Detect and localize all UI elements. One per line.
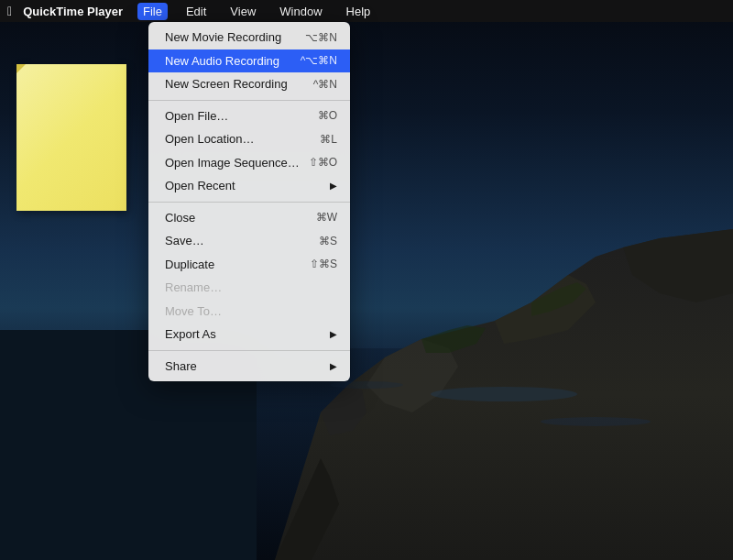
menu-item-close-label: Close (165, 209, 309, 227)
menu-item-open-location[interactable]: Open Location… ⌘L (148, 127, 350, 151)
menu-window[interactable]: Window (274, 3, 327, 20)
menu-item-export-as[interactable]: Export As ▶ (148, 323, 350, 346)
menu-file[interactable]: File (137, 3, 168, 20)
menu-item-new-audio-shortcut: ^⌥⌘N (301, 52, 337, 69)
menu-item-new-audio-label: New Audio Recording (165, 52, 293, 71)
sticky-note (16, 64, 126, 211)
menubar:  QuickTime Player File Edit View Window… (0, 0, 733, 22)
menu-item-open-file-shortcut: ⌘O (318, 107, 337, 124)
menu-item-new-movie[interactable]: New Movie Recording ⌥⌘N (148, 26, 350, 49)
app-name[interactable]: QuickTime Player (23, 5, 123, 18)
menu-item-new-audio[interactable]: New Audio Recording ^⌥⌘N (148, 49, 350, 73)
sticky-note-fold (16, 64, 26, 73)
menu-item-move-to[interactable]: Move To… (148, 300, 350, 324)
apple-menu-icon[interactable]:  (7, 4, 12, 18)
menu-item-open-image-sequence[interactable]: Open Image Sequence… ⇧⌘O (148, 151, 350, 175)
menu-item-open-image-sequence-shortcut: ⇧⌘O (309, 154, 337, 170)
menu-item-close-shortcut: ⌘W (316, 209, 337, 225)
export-as-arrow-icon: ▶ (330, 327, 337, 341)
svg-point-11 (330, 381, 403, 389)
menu-item-duplicate[interactable]: Duplicate ⇧⌘S (148, 253, 350, 277)
separator-3 (148, 350, 350, 351)
menu-item-open-image-sequence-label: Open Image Sequence… (165, 154, 301, 172)
menu-item-save[interactable]: Save… ⌘S (148, 229, 350, 253)
menu-item-close[interactable]: Close ⌘W (148, 206, 350, 230)
menu-item-new-screen-label: New Screen Recording (165, 75, 306, 93)
svg-point-10 (541, 417, 651, 426)
menu-item-open-location-shortcut: ⌘L (320, 131, 337, 148)
menu-item-share-label: Share (165, 357, 326, 376)
menu-edit[interactable]: Edit (181, 3, 212, 20)
menu-view[interactable]: View (224, 3, 261, 20)
menu-item-new-screen[interactable]: New Screen Recording ^⌘N (148, 72, 350, 96)
menu-item-new-screen-shortcut: ^⌘N (313, 76, 337, 93)
menu-item-share[interactable]: Share ▶ (148, 355, 350, 379)
menu-item-rename[interactable]: Rename… (148, 276, 350, 300)
menu-item-save-shortcut: ⌘S (319, 233, 337, 249)
share-arrow-icon: ▶ (330, 359, 337, 373)
menu-item-duplicate-shortcut: ⇧⌘S (310, 256, 337, 272)
separator-2 (148, 202, 350, 203)
menu-item-open-file[interactable]: Open File… ⌘O (148, 104, 350, 128)
menu-item-open-recent-label: Open Recent (165, 177, 326, 195)
menu-item-new-movie-shortcut: ⌥⌘N (305, 29, 337, 46)
menu-help[interactable]: Help (341, 3, 377, 20)
menu-item-move-to-label: Move To… (165, 302, 337, 321)
menu-item-duplicate-label: Duplicate (165, 256, 302, 274)
menu-item-export-as-label: Export As (165, 325, 326, 344)
menu-item-new-movie-label: New Movie Recording (165, 28, 298, 47)
svg-point-9 (431, 387, 577, 401)
menu-item-save-label: Save… (165, 232, 312, 250)
separator-1 (148, 100, 350, 101)
menu-item-rename-label: Rename… (165, 279, 337, 297)
open-recent-arrow-icon: ▶ (330, 179, 337, 192)
file-menu-dropdown: New Movie Recording ⌥⌘N New Audio Record… (148, 22, 350, 381)
menu-item-open-recent[interactable]: Open Recent ▶ (148, 174, 350, 198)
menu-item-open-file-label: Open File… (165, 107, 311, 126)
menu-item-open-location-label: Open Location… (165, 130, 312, 148)
